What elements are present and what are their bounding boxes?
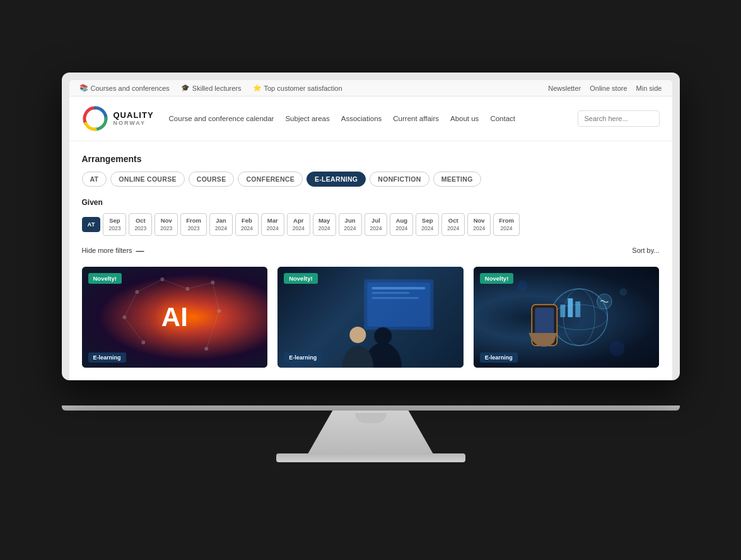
svg-point-36 bbox=[619, 288, 627, 296]
nav-current-affairs[interactable]: Current affairs bbox=[393, 115, 439, 122]
arrangements-title: Arrangements bbox=[82, 154, 660, 164]
svg-rect-22 bbox=[371, 287, 425, 289]
date-jan-2024[interactable]: Jan2024 bbox=[209, 213, 233, 235]
utility-item-courses: 📚 Courses and conferences bbox=[79, 84, 170, 92]
pill-at[interactable]: AT bbox=[82, 172, 107, 187]
date-may-2024[interactable]: May2024 bbox=[313, 213, 336, 235]
svg-point-20 bbox=[342, 346, 373, 368]
date-jul-2024[interactable]: Jul2024 bbox=[365, 213, 388, 235]
novelty-badge-3: Novelty! bbox=[480, 273, 513, 284]
main-content: Arrangements AT ONLINE COURSE COURSE CON… bbox=[69, 141, 672, 380]
date-sep-2023[interactable]: Sep2023 bbox=[103, 213, 126, 235]
svg-point-21 bbox=[349, 327, 366, 343]
nav-links: Course and conference calendar Subject a… bbox=[169, 115, 563, 122]
minus-icon: — bbox=[136, 246, 144, 255]
svg-rect-31 bbox=[568, 298, 573, 317]
sort-button[interactable]: Sort by... bbox=[632, 247, 659, 254]
utility-bar-right: Newsletter Online store Min side bbox=[548, 85, 662, 92]
novelty-badge-1: Novelty! bbox=[88, 273, 122, 284]
card-1[interactable]: AI Novelty! E-learning bbox=[82, 267, 268, 368]
utility-bar: 📚 Courses and conferences 🎓 Skilled lect… bbox=[69, 80, 672, 96]
svg-line-12 bbox=[124, 292, 137, 317]
date-at[interactable]: AT bbox=[82, 217, 101, 232]
svg-rect-24 bbox=[371, 297, 419, 299]
book-icon: 📚 bbox=[79, 84, 88, 92]
svg-line-10 bbox=[162, 279, 187, 289]
svg-point-19 bbox=[374, 327, 392, 345]
date-jun-2024[interactable]: Jun2024 bbox=[339, 213, 362, 235]
browser-window: 📚 Courses and conferences 🎓 Skilled lect… bbox=[69, 80, 672, 380]
newsletter-link[interactable]: Newsletter bbox=[548, 85, 581, 92]
logo[interactable]: QUALITY NORWAY bbox=[82, 105, 154, 132]
svg-point-34 bbox=[517, 281, 527, 291]
nav-associations[interactable]: Associations bbox=[341, 115, 382, 122]
svg-rect-23 bbox=[371, 292, 409, 294]
pill-course[interactable]: COURSE bbox=[189, 172, 235, 187]
teacher-icon: 🎓 bbox=[181, 84, 190, 92]
search-input[interactable] bbox=[578, 110, 660, 127]
utility-item-satisfaction: ⭐ Top customer satisfaction bbox=[253, 84, 342, 92]
date-from-2023[interactable]: From2023 bbox=[180, 213, 207, 235]
nav-contact[interactable]: Contact bbox=[490, 115, 515, 122]
monitor-stand bbox=[308, 411, 434, 455]
date-nov-2023[interactable]: Nov2023 bbox=[155, 213, 178, 235]
navbar: QUALITY NORWAY Course and conference cal… bbox=[69, 96, 672, 141]
date-apr-2024[interactable]: Apr2024 bbox=[287, 213, 310, 235]
pill-nonfiction[interactable]: NONFICTION bbox=[370, 172, 429, 187]
min-side-link[interactable]: Min side bbox=[636, 85, 662, 92]
date-aug-2024[interactable]: Aug2024 bbox=[390, 213, 413, 235]
card-1-image: AI Novelty! E-learning bbox=[82, 267, 268, 368]
date-nov-2024[interactable]: Nov2024 bbox=[467, 213, 491, 235]
monitor-stand-notch bbox=[355, 413, 387, 423]
date-sep-2024[interactable]: Sep2024 bbox=[416, 213, 439, 235]
svg-rect-32 bbox=[575, 301, 580, 317]
pill-online-course[interactable]: ONLINE COURSE bbox=[110, 172, 184, 187]
type-badge-3: E-learning bbox=[480, 353, 518, 363]
svg-rect-30 bbox=[560, 305, 565, 317]
logo-svg bbox=[82, 105, 108, 132]
svg-line-15 bbox=[206, 311, 219, 349]
svg-line-14 bbox=[124, 317, 143, 342]
date-oct-2023[interactable]: Oct2023 bbox=[129, 213, 152, 235]
card-2-image: Novelty! E-learning bbox=[277, 267, 464, 368]
type-badge-2: E-learning bbox=[284, 353, 322, 363]
monitor-stand-area bbox=[62, 405, 680, 462]
courses-label: Courses and conferences bbox=[91, 85, 170, 92]
star-icon: ⭐ bbox=[253, 84, 262, 92]
date-feb-2024[interactable]: Feb2024 bbox=[235, 213, 259, 235]
svg-line-11 bbox=[187, 283, 213, 289]
hide-filters-button[interactable]: Hide more filters — bbox=[82, 246, 144, 255]
nav-calendar[interactable]: Course and conference calendar bbox=[169, 115, 274, 122]
utility-bar-left: 📚 Courses and conferences 🎓 Skilled lect… bbox=[79, 84, 342, 92]
svg-line-13 bbox=[213, 283, 219, 311]
filter-actions: Hide more filters — Sort by... bbox=[82, 246, 660, 255]
online-store-link[interactable]: Online store bbox=[590, 85, 627, 92]
novelty-badge-2: Novelty! bbox=[284, 273, 317, 284]
satisfaction-label: Top customer satisfaction bbox=[264, 85, 342, 92]
date-mar-2024[interactable]: Mar2024 bbox=[261, 213, 284, 235]
logo-line1: QUALITY bbox=[114, 111, 154, 120]
pill-conference[interactable]: CONFERENCE bbox=[238, 172, 303, 187]
svg-line-9 bbox=[137, 279, 162, 292]
logo-text: QUALITY NORWAY bbox=[114, 111, 154, 126]
card-2[interactable]: Novelty! E-learning bbox=[277, 267, 464, 368]
utility-item-lecturers: 🎓 Skilled lecturers bbox=[181, 84, 242, 92]
logo-line2: NORWAY bbox=[114, 120, 154, 127]
arrangement-pills: AT ONLINE COURSE COURSE CONFERENCE E-LEA… bbox=[82, 172, 660, 187]
card-3-image: Novelty! E-learning bbox=[474, 267, 660, 368]
nav-subject-areas[interactable]: Subject areas bbox=[285, 115, 329, 122]
svg-point-35 bbox=[609, 341, 624, 356]
date-from-2024[interactable]: From2024 bbox=[493, 213, 520, 235]
ai-label: AI bbox=[161, 302, 188, 332]
monitor-base bbox=[276, 453, 465, 462]
pill-elearning[interactable]: E-LEARNING bbox=[306, 172, 366, 187]
date-oct-2024[interactable]: Oct2024 bbox=[441, 213, 465, 235]
cards-grid: AI Novelty! E-learning bbox=[82, 267, 660, 368]
date-filters: AT Sep2023 Oct2023 Nov2023 From2023 Jan2… bbox=[82, 213, 660, 235]
monitor-frame: 📚 Courses and conferences 🎓 Skilled lect… bbox=[62, 73, 680, 380]
hide-filters-label: Hide more filters bbox=[82, 247, 132, 254]
card-3[interactable]: Novelty! E-learning bbox=[474, 267, 660, 368]
given-label: Given bbox=[82, 198, 660, 207]
nav-about-us[interactable]: About us bbox=[450, 115, 479, 122]
pill-meeting[interactable]: MEETING bbox=[433, 172, 481, 187]
